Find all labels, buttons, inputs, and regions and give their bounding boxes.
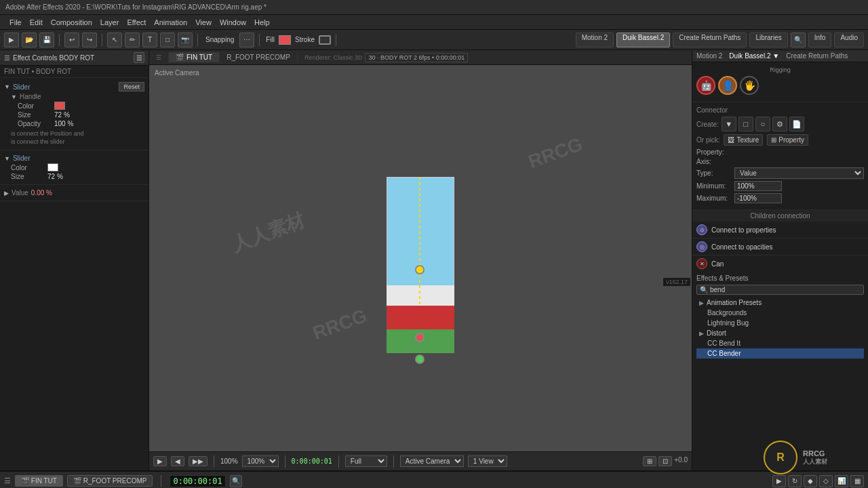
workspace-audio[interactable]: Audio bbox=[834, 33, 864, 47]
new-comp-btn[interactable]: ▶ bbox=[4, 33, 19, 47]
rigging-icons: 🤖 👤 🖐 bbox=[696, 76, 864, 95]
rig-bot-dot[interactable] bbox=[415, 354, 425, 364]
frame-fwd-btn[interactable]: ▶▶ bbox=[189, 456, 208, 466]
tl-keyframe-btn[interactable]: ◇ bbox=[819, 475, 833, 487]
rig-mid-dot[interactable] bbox=[415, 333, 425, 342]
axis-row: Axis: bbox=[696, 158, 864, 165]
undo-btn[interactable]: ↩ bbox=[64, 33, 79, 47]
cc-bender-item[interactable]: CC Bender bbox=[696, 348, 864, 359]
menu-animation[interactable]: Animation bbox=[150, 18, 191, 26]
redo-btn[interactable]: ↪ bbox=[82, 33, 97, 47]
menu-layer[interactable]: Layer bbox=[96, 18, 123, 26]
select-tool[interactable]: ↖ bbox=[107, 33, 122, 47]
value-display[interactable]: 0.00 % bbox=[31, 189, 52, 197]
minimum-input[interactable] bbox=[734, 181, 782, 191]
tl-timecode[interactable]: 0:00:00:01 bbox=[170, 475, 225, 487]
rig-top-dot[interactable] bbox=[415, 265, 425, 274]
stroke-color[interactable] bbox=[319, 35, 331, 45]
comp-icon: 🎬 bbox=[176, 54, 184, 61]
tl-graph-btn[interactable]: 📊 bbox=[835, 475, 848, 487]
slider2-color-swatch[interactable] bbox=[47, 163, 58, 171]
comp-tab-fintut[interactable]: 🎬 FIN TUT bbox=[169, 52, 220, 62]
camera-select[interactable]: Active Camera bbox=[400, 455, 464, 467]
animation-presets-item[interactable]: ▶ Animation Presets bbox=[696, 298, 864, 308]
opacity-value[interactable]: 100 % bbox=[54, 120, 73, 127]
play-btn[interactable]: ▶ bbox=[153, 456, 167, 466]
snapping-toggle[interactable]: ⋯ bbox=[239, 33, 254, 47]
comp-tab-rfoot[interactable]: R_FOOT PRECOMP bbox=[220, 52, 298, 62]
value-label: Value bbox=[12, 189, 28, 197]
menu-edit[interactable]: Edit bbox=[26, 18, 47, 26]
menu-help[interactable]: Help bbox=[250, 18, 274, 26]
menu-composition[interactable]: Composition bbox=[47, 18, 96, 26]
motion2-tab[interactable]: Motion 2 bbox=[696, 52, 722, 60]
connect-opacities-btn[interactable]: ◎ Connect to opacities bbox=[692, 239, 868, 256]
maximum-input[interactable] bbox=[734, 193, 782, 203]
tl-loop-btn[interactable]: ↻ bbox=[788, 475, 802, 487]
backgrounds-item[interactable]: Backgrounds bbox=[696, 308, 864, 318]
menu-file[interactable]: File bbox=[5, 18, 26, 26]
cc-bend-it-item[interactable]: CC Bend It bbox=[696, 338, 864, 348]
connect-opacities-label: Connect to opacities bbox=[711, 243, 773, 251]
create-icon-3[interactable]: ○ bbox=[755, 117, 770, 131]
create-icon-5[interactable]: 📄 bbox=[789, 117, 804, 131]
grid-btn[interactable]: ⊞ bbox=[643, 456, 656, 466]
resolution-select[interactable]: Full Half Quarter bbox=[345, 455, 387, 467]
workspace-duik[interactable]: Duik Bassel.2 bbox=[616, 33, 670, 47]
texture-btn[interactable]: 🖼 Texture bbox=[724, 134, 763, 146]
tl-tab-rfoot[interactable]: 🎬 R_FOOT PRECOMP bbox=[67, 475, 153, 487]
slider-1-reset[interactable]: Reset bbox=[119, 82, 144, 92]
tl-search-btn[interactable]: 🔍 bbox=[230, 475, 242, 487]
create-icon-2[interactable]: □ bbox=[738, 117, 753, 131]
rig-icon-3[interactable]: 🖐 bbox=[740, 76, 759, 95]
distort-item[interactable]: ▶ Distort bbox=[696, 328, 864, 338]
frame-back-btn[interactable]: ◀ bbox=[171, 456, 184, 466]
rig-icon-1[interactable]: 🤖 bbox=[696, 76, 715, 95]
effects-search-input[interactable] bbox=[710, 286, 861, 293]
tl-spreadsheet-btn[interactable]: ▦ bbox=[850, 475, 864, 487]
open-btn[interactable]: 📂 bbox=[22, 33, 37, 47]
property-btn[interactable]: ⊞ Property bbox=[767, 134, 808, 146]
cancel-btn[interactable]: ✕ Can bbox=[692, 256, 868, 272]
effect-controls-panel: ☰ Effect Controls BODY ROT ☰ FIN TUT • B… bbox=[0, 50, 149, 470]
create-icon-1[interactable]: ▼ bbox=[722, 117, 736, 131]
workspace-libraries[interactable]: Libraries bbox=[749, 33, 787, 47]
tl-add-marker[interactable]: ◆ bbox=[804, 475, 817, 487]
lightning-bug-item[interactable]: Lightning Bug bbox=[696, 318, 864, 328]
menu-effect[interactable]: Effect bbox=[123, 18, 150, 26]
create-paths-tab[interactable]: Create Return Paths bbox=[786, 52, 848, 60]
save-btn[interactable]: 💾 bbox=[39, 33, 54, 47]
shape-tool[interactable]: □ bbox=[160, 33, 175, 47]
menu-view[interactable]: View bbox=[191, 18, 216, 26]
viewer-timecode: 0:00:00:01 bbox=[292, 458, 332, 465]
tl-hamburger[interactable]: ☰ bbox=[4, 476, 11, 485]
connect-properties-btn[interactable]: ⊙ Connect to properties bbox=[692, 222, 868, 239]
zoom-select[interactable]: 100% 50% 200% bbox=[242, 455, 279, 467]
search-btn[interactable]: 🔍 bbox=[791, 33, 806, 47]
workspace-create[interactable]: Create Return Paths bbox=[673, 33, 747, 47]
ec-menu-btn[interactable]: ☰ bbox=[134, 52, 144, 63]
panel-label: ☰ bbox=[149, 53, 169, 62]
size-value[interactable]: 72 % bbox=[54, 111, 70, 119]
create-icon-4[interactable]: ⚙ bbox=[772, 117, 787, 131]
timecode-display: 30 · BODY ROT 2 6fps • 0:00:00:01 bbox=[365, 53, 468, 62]
camera-tool[interactable]: 📷 bbox=[178, 33, 193, 47]
view-select[interactable]: 1 View bbox=[468, 455, 507, 467]
duik-tab[interactable]: Duik Bassel.2 ▼ bbox=[729, 52, 779, 60]
type-select[interactable]: Value Percentage bbox=[734, 167, 864, 179]
menu-window[interactable]: Window bbox=[216, 18, 250, 26]
sep2 bbox=[102, 34, 102, 46]
pen-tool[interactable]: ✏ bbox=[125, 33, 140, 47]
rig-icon-2[interactable]: 👤 bbox=[718, 76, 737, 95]
slider2-size-value[interactable]: 72 % bbox=[47, 173, 63, 180]
text-tool[interactable]: T bbox=[142, 33, 157, 47]
workspace-info[interactable]: Info bbox=[808, 33, 832, 47]
snap-btn[interactable]: ⊡ bbox=[658, 456, 672, 466]
viewer: Active Camera 人人素材 RRCG RRCG bbox=[149, 65, 692, 451]
fill-color[interactable] bbox=[279, 35, 291, 45]
tl-preview-btn[interactable]: ▶ bbox=[772, 475, 786, 487]
vc-sep4 bbox=[393, 455, 394, 468]
color-swatch[interactable] bbox=[54, 102, 65, 110]
tl-tab-fintut[interactable]: 🎬 FIN TUT bbox=[15, 475, 63, 487]
workspace-motion2[interactable]: Motion 2 bbox=[576, 33, 614, 47]
